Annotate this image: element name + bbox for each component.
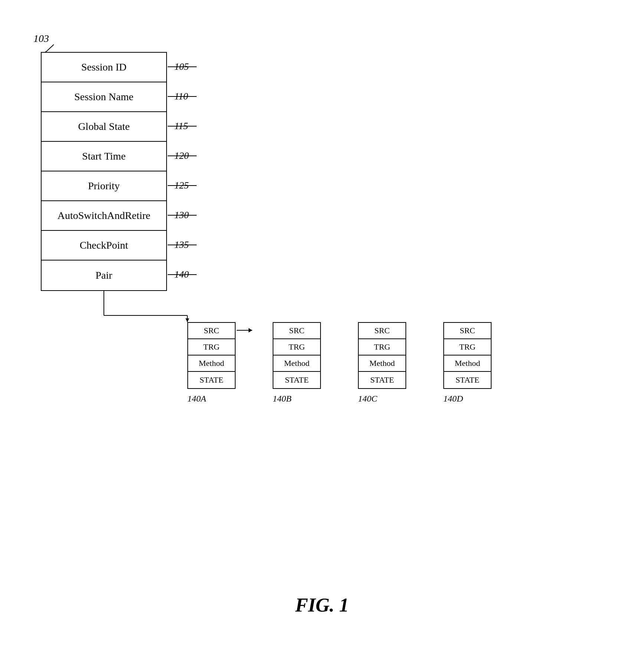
pair-node-140d-method: Method — [444, 356, 491, 372]
session-table: Session ID Session Name Global State Sta… — [41, 52, 167, 291]
session-id-row: Session ID — [42, 53, 166, 82]
reference-labels: 105 110 115 120 125 130 135 140 — [174, 52, 189, 289]
svg-marker-13 — [185, 318, 189, 322]
ref-125: 125 — [174, 171, 189, 200]
priority-row: Priority — [42, 171, 166, 201]
ref-110: 110 — [174, 82, 189, 111]
pair-node-140a-label: 140A — [187, 394, 206, 404]
pair-node-140c-src: SRC — [359, 323, 405, 339]
pair-node-140d-label: 140D — [443, 394, 463, 404]
pair-node-140b: SRC TRG Method STATE — [273, 322, 321, 389]
pair-node-140c-method: Method — [359, 356, 405, 372]
pair-node-140a-src: SRC — [188, 323, 235, 339]
pair-node-140b-src: SRC — [273, 323, 320, 339]
pair-node-140c-label: 140C — [358, 394, 377, 404]
pair-node-140c-state: STATE — [359, 372, 405, 388]
pair-node-140d-state: STATE — [444, 372, 491, 388]
pair-node-140b-trg: TRG — [273, 339, 320, 356]
pair-node-140a-state: STATE — [188, 372, 235, 388]
global-state-row: Global State — [42, 112, 166, 142]
session-name-row: Session Name — [42, 82, 166, 112]
ref-140: 140 — [174, 260, 189, 289]
ref-120: 120 — [174, 141, 189, 171]
pair-node-140b-label: 140B — [273, 394, 292, 404]
checkpoint-row: CheckPoint — [42, 231, 166, 261]
pair-node-140d-src: SRC — [444, 323, 491, 339]
pair-row: Pair — [42, 261, 166, 290]
pair-node-140b-state: STATE — [273, 372, 320, 388]
start-time-row: Start Time — [42, 142, 166, 171]
ref-135: 135 — [174, 230, 189, 260]
pair-node-140a-trg: TRG — [188, 339, 235, 356]
pair-node-140c: SRC TRG Method STATE — [358, 322, 406, 389]
table-id-label: 103 — [33, 33, 49, 45]
ref-130: 130 — [174, 200, 189, 230]
pair-node-140a-method: Method — [188, 356, 235, 372]
auto-switch-row: AutoSwitchAndRetire — [42, 201, 166, 231]
pair-node-140a: SRC TRG Method STATE — [187, 322, 236, 389]
ref-115: 115 — [174, 111, 189, 141]
pair-node-140d-trg: TRG — [444, 339, 491, 356]
pair-node-140c-trg: TRG — [359, 339, 405, 356]
figure-caption: FIG. 1 — [295, 594, 349, 616]
ref-105: 105 — [174, 52, 189, 82]
pair-node-140b-method: Method — [273, 356, 320, 372]
pair-node-140d: SRC TRG Method STATE — [443, 322, 492, 389]
